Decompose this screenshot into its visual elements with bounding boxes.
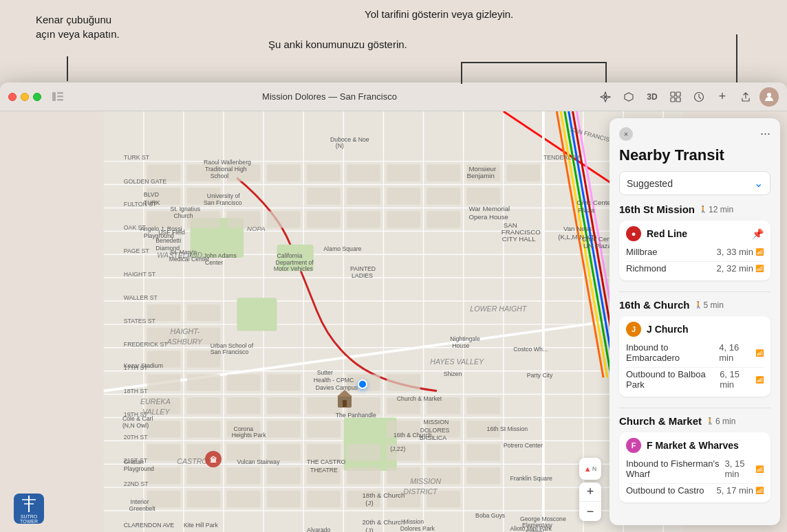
svg-text:Heights Park: Heights Park xyxy=(232,432,266,439)
svg-text:DISTRICT: DISTRICT xyxy=(404,487,439,496)
panel-close-button[interactable]: × xyxy=(619,127,633,141)
svg-text:Nightingale: Nightingale xyxy=(450,335,480,342)
svg-text:🏛: 🏛 xyxy=(210,456,217,464)
svg-rect-90 xyxy=(427,164,460,181)
svg-text:(N,N Owl): (N,N Owl) xyxy=(122,422,149,429)
compass-button[interactable]: ▲N xyxy=(579,458,601,480)
svg-text:Mission: Mission xyxy=(404,518,424,525)
svg-rect-7 xyxy=(671,98,675,102)
zoom-in-button[interactable]: + xyxy=(579,483,601,502)
nearby-transit-panel: × ··· Nearby Transit Suggested ⌄ 16th St… xyxy=(610,118,780,525)
map-type-button[interactable] xyxy=(666,87,685,107)
zoom-out-button[interactable]: − xyxy=(579,502,601,521)
svg-rect-125 xyxy=(187,491,220,507)
svg-text:Playground: Playground xyxy=(124,465,154,472)
map-container[interactable]: TURK ST GOLDEN GATE FULTON ST OAK ST PAG… xyxy=(0,111,787,532)
svg-rect-89 xyxy=(387,211,420,228)
svg-rect-112 xyxy=(467,467,500,484)
svg-text:Corona: Corona xyxy=(234,425,254,432)
add-button[interactable]: + xyxy=(713,87,732,107)
svg-text:DOLORES: DOLORES xyxy=(420,427,450,434)
route-line-header: ● Red Line 📌 xyxy=(626,226,764,241)
svg-text:(J): (J) xyxy=(365,499,373,507)
svg-rect-129 xyxy=(227,467,260,484)
route-item-red-line[interactable]: ● Red Line 📌 Millbrae 3, 33 min 📶 Richmo… xyxy=(619,221,770,280)
svg-rect-77 xyxy=(307,421,340,437)
svg-text:Benedetti: Benedetti xyxy=(155,237,181,244)
sidebar-annotation: Kenar çubuğunu açın veya kapatın. xyxy=(36,12,120,41)
fullscreen-button[interactable] xyxy=(33,93,41,101)
user-button[interactable] xyxy=(759,87,779,107)
route-time: 3, 15 min 📶 xyxy=(724,458,764,479)
svg-text:War Memorial: War Memorial xyxy=(468,205,510,212)
route-item-f-market[interactable]: F F Market & Wharves Inbound to Fisherma… xyxy=(619,432,770,502)
svg-text:UN Plaza: UN Plaza xyxy=(583,242,612,250)
route-time: 4, 16 min 📶 xyxy=(719,342,764,363)
castro-theatre-marker[interactable]: 🏛 xyxy=(204,450,223,473)
svg-text:NOPA: NOPA xyxy=(247,225,266,232)
route-line-name: Red Line xyxy=(647,228,746,239)
svg-rect-105 xyxy=(347,444,380,461)
svg-rect-258 xyxy=(343,400,347,407)
sort-dropdown[interactable]: Suggested ⌄ xyxy=(619,171,770,195)
route-line-header: J J Church xyxy=(626,322,764,337)
svg-rect-118 xyxy=(187,397,220,414)
station-header: 16th St Mission 🚶 12 min xyxy=(619,203,770,215)
sidebar-toggle-button[interactable] xyxy=(52,91,63,102)
svg-rect-76 xyxy=(267,421,300,437)
walk-icon: 🚶 xyxy=(694,301,702,309)
3d-button[interactable]: 3D xyxy=(643,87,662,107)
svg-text:Department of: Department of xyxy=(276,259,314,266)
svg-rect-64 xyxy=(347,188,380,204)
dest-name: Inbound to Fisherman's Wharf xyxy=(626,458,724,479)
svg-rect-91 xyxy=(427,188,460,204)
svg-text:Civic Center: Civic Center xyxy=(576,199,613,206)
share-button[interactable] xyxy=(736,87,755,107)
divider xyxy=(619,408,770,408)
svg-text:Grattan: Grattan xyxy=(124,458,144,465)
svg-text:22ND ST: 22ND ST xyxy=(124,480,149,487)
signal-icon: 📶 xyxy=(755,349,764,357)
svg-text:18th & Church: 18th & Church xyxy=(362,491,405,499)
route-item-j-church[interactable]: J J Church Inbound to Embarcadero 4, 16 … xyxy=(619,316,770,397)
svg-text:TURK ST: TURK ST xyxy=(124,154,150,161)
svg-rect-62 xyxy=(347,164,380,181)
svg-rect-74 xyxy=(147,421,180,437)
transit-list[interactable]: 16th St Mission 🚶 12 min ● Red Line 📌 xyxy=(610,203,780,525)
route-line-name: F Market & Wharves xyxy=(647,440,764,451)
location-annotation-line xyxy=(605,62,607,82)
panel-title: Nearby Transit xyxy=(610,146,780,171)
svg-text:HAIGHT-: HAIGHT- xyxy=(171,327,200,335)
route-dest-millbrae: Millbrae 3, 33 min 📶 xyxy=(626,245,764,258)
svg-text:Alamo Square: Alamo Square xyxy=(323,245,361,252)
route-time: 3, 33 min 📶 xyxy=(717,247,764,257)
svg-text:San Francisco: San Francisco xyxy=(211,348,249,355)
svg-text:Elementary: Elementary xyxy=(522,522,553,529)
panel-header: × ··· xyxy=(610,118,780,146)
minimize-button[interactable] xyxy=(21,93,29,101)
zoom-controls: + − xyxy=(579,483,601,521)
svg-rect-95 xyxy=(507,164,540,181)
svg-text:Greenbelt: Greenbelt xyxy=(129,505,156,512)
route-annotation-line xyxy=(736,34,737,82)
location-button[interactable] xyxy=(596,87,615,107)
svg-text:Benjamin: Benjamin xyxy=(467,172,495,179)
route-dest-embarcadero: Inbound to Embarcadero 4, 16 min 📶 xyxy=(626,341,764,364)
svg-rect-108 xyxy=(467,444,500,461)
mission-dolores-marker[interactable] xyxy=(336,390,354,413)
svg-rect-72 xyxy=(147,375,180,391)
svg-text:Raoul Wallenberg: Raoul Wallenberg xyxy=(204,159,251,166)
svg-text:20th & Church: 20th & Church xyxy=(362,518,405,526)
svg-text:MISSION: MISSION xyxy=(424,419,449,425)
svg-text:Sutter: Sutter xyxy=(317,369,333,376)
svg-text:Potrero Center: Potrero Center xyxy=(504,442,543,449)
svg-text:TENDERLOIN: TENDERLOIN xyxy=(543,154,582,161)
panel-more-button[interactable]: ··· xyxy=(760,126,770,141)
svg-text:CASTRO: CASTRO xyxy=(177,457,207,465)
station-name: 16th St Mission xyxy=(619,203,695,215)
clock-button[interactable] xyxy=(689,87,709,107)
close-button[interactable] xyxy=(8,93,17,101)
overlay-button[interactable] xyxy=(619,87,638,107)
svg-text:Urban School of: Urban School of xyxy=(211,342,254,349)
svg-rect-68 xyxy=(187,304,220,321)
